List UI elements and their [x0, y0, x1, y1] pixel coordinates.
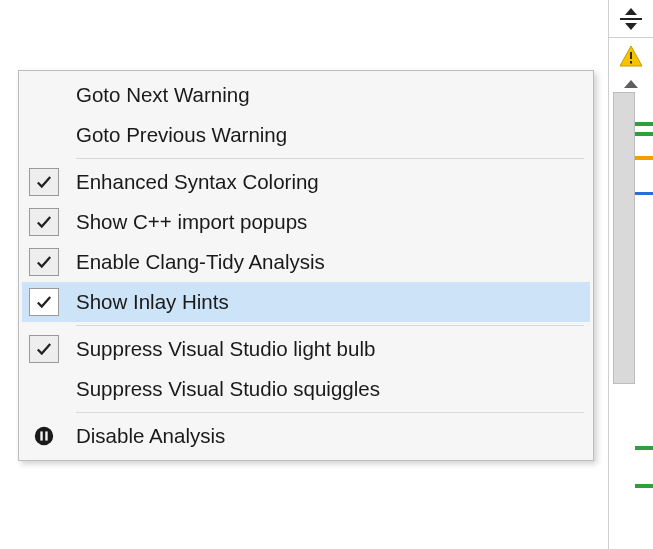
menu-separator [76, 325, 584, 326]
menu-item-enable-clang-tidy-analysis[interactable]: Enable Clang-Tidy Analysis [22, 242, 590, 282]
menu-separator [76, 412, 584, 413]
menu-item-goto-previous-warning[interactable]: Goto Previous Warning [22, 115, 590, 155]
scrollbar-thumb[interactable] [613, 92, 635, 384]
marker-strip [608, 74, 653, 549]
change-mark-green [635, 446, 653, 450]
menu-item-label: Goto Previous Warning [76, 123, 580, 147]
warning-icon [619, 45, 643, 67]
menu-separator [76, 158, 584, 159]
menu-item-label: Show Inlay Hints [76, 290, 580, 314]
svg-rect-5 [45, 431, 47, 440]
menu-item-label: Goto Next Warning [76, 83, 580, 107]
svg-point-3 [35, 427, 53, 445]
menu-item-disable-analysis[interactable]: Disable Analysis [22, 416, 590, 456]
menu-item-label: Suppress Visual Studio squiggles [76, 377, 580, 401]
menu-item-goto-next-warning[interactable]: Goto Next Warning [22, 75, 590, 115]
menu-item-label: Disable Analysis [76, 424, 580, 448]
split-window-button[interactable] [608, 0, 653, 38]
change-mark-green [635, 484, 653, 488]
menu-item-label: Enable Clang-Tidy Analysis [76, 250, 580, 274]
svg-rect-2 [630, 61, 632, 64]
svg-rect-4 [40, 431, 42, 440]
menu-item-enhanced-syntax-coloring[interactable]: Enhanced Syntax Coloring [22, 162, 590, 202]
menu-icon-slot [26, 121, 62, 149]
caret-mark-blue [635, 192, 653, 195]
check-icon [29, 208, 59, 236]
menu-icon-slot [26, 375, 62, 403]
menu-icon-slot [26, 81, 62, 109]
change-mark-orange [635, 156, 653, 160]
menu-item-show-cpp-import-popups[interactable]: Show C++ import popups [22, 202, 590, 242]
pause-icon [26, 422, 62, 450]
change-mark-green [635, 122, 653, 126]
svg-rect-1 [630, 52, 632, 59]
menu-item-label: Enhanced Syntax Coloring [76, 170, 580, 194]
scroll-up-arrow-icon[interactable] [624, 80, 638, 88]
change-mark-green [635, 132, 653, 136]
check-icon [29, 288, 59, 316]
check-icon [29, 335, 59, 363]
warning-indicator-button[interactable] [608, 38, 653, 74]
menu-item-label: Show C++ import popups [76, 210, 580, 234]
context-menu: Goto Next Warning Goto Previous Warning … [18, 70, 594, 461]
menu-item-suppress-vs-squiggles[interactable]: Suppress Visual Studio squiggles [22, 369, 590, 409]
split-icon [620, 9, 642, 29]
check-icon [29, 168, 59, 196]
menu-item-show-inlay-hints[interactable]: Show Inlay Hints [22, 282, 590, 322]
menu-item-label: Suppress Visual Studio light bulb [76, 337, 580, 361]
check-icon [29, 248, 59, 276]
menu-item-suppress-vs-light-bulb[interactable]: Suppress Visual Studio light bulb [22, 329, 590, 369]
